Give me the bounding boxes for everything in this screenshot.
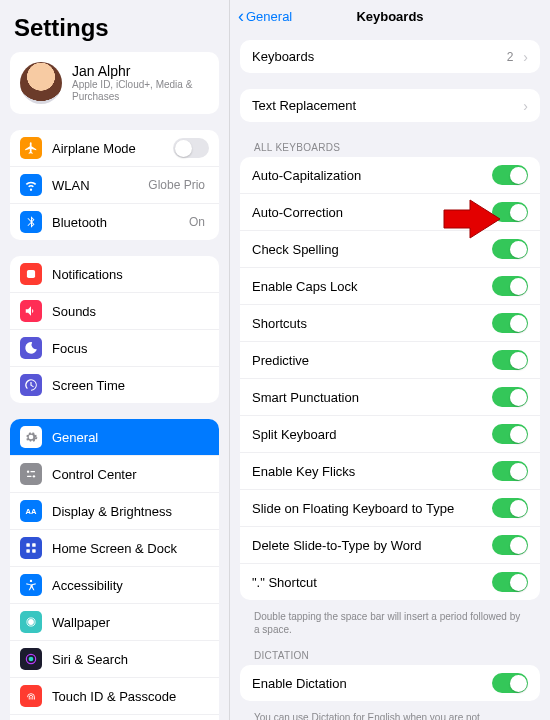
svg-rect-4	[27, 476, 32, 477]
toggle-label: Delete Slide-to-Type by Word	[252, 538, 492, 553]
accessibility-icon	[20, 574, 42, 596]
general-icon	[20, 426, 42, 448]
sidebar-item-screentime[interactable]: Screen Time	[10, 366, 219, 403]
keyboards-count: 2	[507, 50, 514, 64]
svg-point-14	[29, 657, 34, 662]
toggle-label: Auto-Correction	[252, 205, 492, 220]
toggle-switch-predictive[interactable]	[492, 350, 528, 370]
chevron-right-icon: ›	[523, 49, 528, 65]
toggle-switch-enable-caps-lock[interactable]	[492, 276, 528, 296]
svg-rect-8	[26, 549, 30, 553]
sidebar-item-wallpaper[interactable]: Wallpaper	[10, 603, 219, 640]
toggle-switch-shortcuts[interactable]	[492, 313, 528, 333]
dictation-note: You can use Dictation for English when y…	[240, 707, 540, 720]
svg-point-10	[30, 580, 32, 582]
toggle-smart-punctuation[interactable]: Smart Punctuation	[240, 378, 540, 415]
toggle-predictive[interactable]: Predictive	[240, 341, 540, 378]
sidebar-item-controlcenter[interactable]: Control Center	[10, 455, 219, 492]
svg-point-11	[28, 619, 34, 625]
svg-point-1	[27, 471, 29, 473]
svg-point-3	[33, 475, 35, 477]
toggle-switch-slide-on-floating-keyboard-to-type[interactable]	[492, 498, 528, 518]
toggle-switch-check-spelling[interactable]	[492, 239, 528, 259]
keyboards-row[interactable]: Keyboards 2 ›	[240, 40, 540, 73]
touchid-icon	[20, 685, 42, 707]
sidebar-item-sounds[interactable]: Sounds	[10, 292, 219, 329]
sidebar-item-focus[interactable]: Focus	[10, 329, 219, 366]
toggle-slide-on-floating-keyboard-to-type[interactable]: Slide on Floating Keyboard to Type	[240, 489, 540, 526]
sidebar-item-general[interactable]: General	[10, 419, 219, 455]
airplane-switch[interactable]	[173, 138, 209, 158]
toggle-enable-caps-lock[interactable]: Enable Caps Lock	[240, 267, 540, 304]
sidebar-item-touchid[interactable]: Touch ID & Passcode	[10, 677, 219, 714]
toggle-switch-auto-correction[interactable]	[492, 202, 528, 222]
settings-title: Settings	[14, 14, 215, 42]
toggle-switch-split-keyboard[interactable]	[492, 424, 528, 444]
svg-text:AA: AA	[26, 507, 37, 516]
toggle-switch-auto-capitalization[interactable]	[492, 165, 528, 185]
enable-dictation-label: Enable Dictation	[252, 676, 492, 691]
sidebar-item-label: Display & Brightness	[52, 504, 209, 519]
sidebar-item-airplane[interactable]: Airplane Mode	[10, 130, 219, 166]
sidebar-item-label: Home Screen & Dock	[52, 541, 209, 556]
bluetooth-icon	[20, 211, 42, 233]
sidebar-item-label: Accessibility	[52, 578, 209, 593]
sidebar-item-detail: On	[189, 215, 205, 229]
navbar: ‹ General Keyboards	[230, 0, 550, 32]
sidebar-item-display[interactable]: AADisplay & Brightness	[10, 492, 219, 529]
enable-dictation-row[interactable]: Enable Dictation	[240, 665, 540, 701]
toggle-label: "." Shortcut	[252, 575, 492, 590]
notifications-icon	[20, 263, 42, 285]
sidebar-item-accessibility[interactable]: Accessibility	[10, 566, 219, 603]
enable-dictation-switch[interactable]	[492, 673, 528, 693]
sidebar-item-label: Focus	[52, 341, 209, 356]
toggle-shortcut[interactable]: "." Shortcut	[240, 563, 540, 600]
sidebar-item-detail: Globe Prio	[148, 178, 205, 192]
toggle-shortcuts[interactable]: Shortcuts	[240, 304, 540, 341]
sidebar-item-label: Wallpaper	[52, 615, 209, 630]
toggle-delete-slide-to-type-by-word[interactable]: Delete Slide-to-Type by Word	[240, 526, 540, 563]
toggle-switch-smart-punctuation[interactable]	[492, 387, 528, 407]
toggle-switch-enable-key-flicks[interactable]	[492, 461, 528, 481]
sidebar-item-label: WLAN	[52, 178, 148, 193]
back-button[interactable]: ‹ General	[238, 7, 292, 25]
toggle-check-spelling[interactable]: Check Spelling	[240, 230, 540, 267]
toggle-label: Check Spelling	[252, 242, 492, 257]
sidebar-item-notifications[interactable]: Notifications	[10, 256, 219, 292]
text-replacement-row[interactable]: Text Replacement ›	[240, 89, 540, 122]
sidebar-item-bluetooth[interactable]: BluetoothOn	[10, 203, 219, 240]
sidebar-item-label: Touch ID & Passcode	[52, 689, 209, 704]
sidebar-item-label: Control Center	[52, 467, 209, 482]
toggle-label: Slide on Floating Keyboard to Type	[252, 501, 492, 516]
sounds-icon	[20, 300, 42, 322]
keyboards-label: Keyboards	[252, 49, 507, 64]
toggle-label: Shortcuts	[252, 316, 492, 331]
section-all-keyboards: ALL KEYBOARDS	[240, 128, 540, 157]
sidebar-item-siri[interactable]: Siri & Search	[10, 640, 219, 677]
profile-sub: Apple ID, iCloud+, Media & Purchases	[72, 79, 209, 103]
period-shortcut-note: Double tapping the space bar will insert…	[240, 606, 540, 636]
sidebar-item-wlan[interactable]: WLANGlobe Prio	[10, 166, 219, 203]
display-icon: AA	[20, 500, 42, 522]
toggle-switch-delete-slide-to-type-by-word[interactable]	[492, 535, 528, 555]
toggle-auto-correction[interactable]: Auto-Correction	[240, 193, 540, 230]
section-dictation: DICTATION	[240, 636, 540, 665]
svg-rect-0	[27, 270, 35, 278]
toggle-switch-shortcut[interactable]	[492, 572, 528, 592]
toggle-label: Auto-Capitalization	[252, 168, 492, 183]
svg-rect-6	[26, 543, 30, 547]
sidebar-item-homescreen[interactable]: Home Screen & Dock	[10, 529, 219, 566]
back-label: General	[246, 9, 292, 24]
toggle-auto-capitalization[interactable]: Auto-Capitalization	[240, 157, 540, 193]
sidebar-item-label: Bluetooth	[52, 215, 189, 230]
sidebar-item-label: Sounds	[52, 304, 209, 319]
avatar	[20, 62, 62, 104]
sidebar-item-battery[interactable]: Battery	[10, 714, 219, 720]
sidebar-item-label: Airplane Mode	[52, 141, 173, 156]
toggle-enable-key-flicks[interactable]: Enable Key Flicks	[240, 452, 540, 489]
toggle-split-keyboard[interactable]: Split Keyboard	[240, 415, 540, 452]
wlan-icon	[20, 174, 42, 196]
sidebar: Settings Jan Alphr Apple ID, iCloud+, Me…	[0, 0, 230, 720]
profile-card[interactable]: Jan Alphr Apple ID, iCloud+, Media & Pur…	[10, 52, 219, 114]
homescreen-icon	[20, 537, 42, 559]
